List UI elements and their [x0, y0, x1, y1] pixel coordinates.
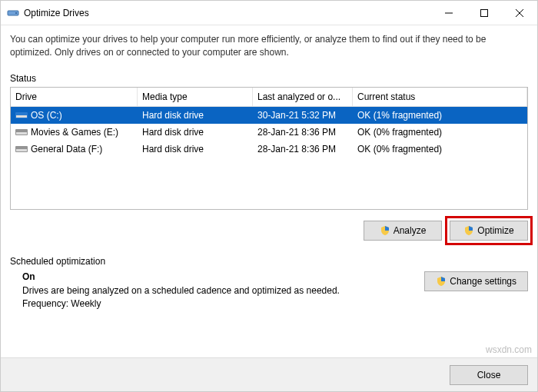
close-button[interactable]	[502, 1, 537, 25]
minimize-button[interactable]	[431, 1, 467, 25]
hdd-icon	[15, 128, 28, 137]
footer: Close	[1, 357, 537, 391]
drive-name: Movies & Games (E:)	[31, 127, 118, 138]
media-type: Hard disk drive	[138, 108, 253, 122]
table-header: Drive Media type Last analyzed or o... C…	[11, 88, 527, 107]
last-analyzed: 28-Jan-21 8:36 PM	[253, 125, 353, 139]
col-media[interactable]: Media type	[138, 88, 253, 106]
close-footer-button[interactable]: Close	[450, 365, 528, 385]
maximize-button[interactable]	[467, 1, 502, 25]
table-row[interactable]: OS (C:)Hard disk drive30-Jan-21 5:32 PMO…	[11, 107, 527, 124]
window-title: Optimize Drives	[24, 8, 431, 18]
hdd-icon	[15, 111, 28, 120]
status-label: Status	[10, 73, 528, 84]
window: Optimize Drives You can optimize your dr…	[0, 0, 538, 392]
change-settings-button[interactable]: Change settings	[424, 271, 528, 291]
media-type: Hard disk drive	[138, 125, 253, 139]
change-settings-label: Change settings	[450, 276, 516, 287]
current-status: OK (0% fragmented)	[353, 142, 527, 156]
drive-name: OS (C:)	[31, 110, 62, 121]
drives-table: Drive Media type Last analyzed or o... C…	[10, 87, 528, 210]
button-row: Analyze Optimize	[10, 221, 528, 241]
svg-rect-11	[16, 149, 27, 151]
drive-icon	[7, 7, 19, 19]
close-label: Close	[477, 370, 501, 380]
watermark: wsxdn.com	[486, 344, 532, 355]
svg-rect-9	[16, 132, 27, 135]
last-analyzed: 30-Jan-21 5:32 PM	[253, 108, 353, 122]
current-status: OK (0% fragmented)	[353, 125, 527, 139]
col-last[interactable]: Last analyzed or o...	[253, 88, 353, 106]
scheduled-freq: Frequency: Weekly	[22, 298, 415, 309]
analyze-label: Analyze	[394, 225, 427, 236]
analyze-button[interactable]: Analyze	[364, 221, 442, 241]
table-row[interactable]: Movies & Games (E:)Hard disk drive28-Jan…	[11, 124, 527, 141]
scheduled-state: On	[22, 271, 415, 282]
optimize-label: Optimize	[477, 225, 513, 236]
shield-icon	[463, 225, 474, 236]
svg-point-1	[15, 12, 17, 14]
titlebar: Optimize Drives	[1, 1, 537, 25]
shield-icon	[380, 225, 390, 236]
hdd-icon	[15, 145, 28, 154]
drive-name: General Data (F:)	[31, 144, 102, 154]
optimize-button[interactable]: Optimize	[450, 221, 528, 241]
col-status[interactable]: Current status	[353, 88, 527, 106]
description: You can optimize your drives to help you…	[10, 33, 528, 59]
media-type: Hard disk drive	[138, 142, 253, 156]
table-row[interactable]: General Data (F:)Hard disk drive28-Jan-2…	[11, 141, 527, 158]
scheduled-label: Scheduled optimization	[10, 256, 528, 267]
scheduled-section: Scheduled optimization On Drives are bei…	[10, 256, 528, 311]
svg-rect-3	[481, 9, 488, 16]
shield-icon	[436, 276, 447, 287]
content: You can optimize your drives to help you…	[1, 25, 537, 357]
optimize-highlight: Optimize	[445, 216, 533, 245]
col-drive[interactable]: Drive	[11, 88, 138, 106]
current-status: OK (1% fragmented)	[353, 108, 527, 122]
last-analyzed: 28-Jan-21 8:36 PM	[253, 142, 353, 156]
scheduled-desc: Drives are being analyzed on a scheduled…	[22, 285, 415, 296]
svg-rect-7	[16, 115, 27, 118]
